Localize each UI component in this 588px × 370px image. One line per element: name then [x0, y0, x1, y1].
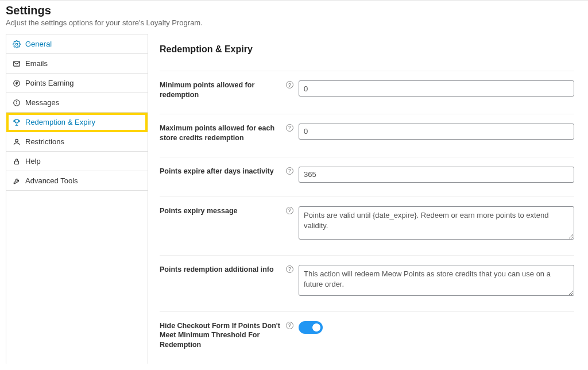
trophy-icon [13, 118, 21, 126]
svg-rect-7 [15, 161, 19, 164]
field-redeem-info: Points redemption additional info ? [160, 256, 574, 312]
sidebar-item-label: Help [25, 157, 41, 165]
field-label: Hide Checkout Form If Points Don't Meet … [160, 321, 280, 350]
sidebar-item-redemption-expiry[interactable]: Redemption & Expiry [6, 113, 148, 132]
page-subtitle: Adjust the settings options for your sto… [6, 18, 582, 27]
field-expiry-message: Points expiry message ? [160, 197, 574, 256]
info-icon [13, 99, 21, 107]
field-label: Points redemption additional info [160, 265, 280, 275]
mail-icon [13, 60, 21, 68]
sidebar-item-emails[interactable]: Emails [6, 54, 148, 74]
max-points-input[interactable] [299, 124, 574, 140]
hide-checkout-toggle[interactable] [299, 321, 323, 334]
sidebar-item-label: Messages [25, 98, 59, 107]
sidebar-item-label: Advanced Tools [25, 176, 78, 185]
help-icon[interactable]: ? [286, 265, 293, 273]
min-points-input[interactable] [299, 80, 574, 97]
field-hide-checkout: Hide Checkout Form If Points Don't Meet … [160, 312, 574, 364]
lock-icon [13, 157, 21, 165]
section-heading: Redemption & Expiry [160, 44, 574, 55]
settings-sidebar: General Emails Points Earning Messages [6, 34, 148, 364]
field-label: Points expire after days inactivity [160, 167, 280, 176]
svg-point-5 [17, 101, 17, 102]
dollar-icon [13, 79, 21, 87]
sidebar-item-points-earning[interactable]: Points Earning [6, 74, 148, 93]
main-panel: Redemption & Expiry Minimum points allow… [148, 34, 582, 364]
expire-days-input[interactable] [299, 167, 574, 183]
svg-point-0 [16, 43, 18, 45]
field-label: Points expiry message [160, 206, 280, 216]
sidebar-item-label: Restrictions [25, 137, 64, 146]
field-min-points: Minimum points allowed for redemption ? [160, 71, 574, 114]
page-header: Settings Adjust the settings options for… [0, 1, 588, 34]
sidebar-item-label: Points Earning [25, 79, 74, 87]
help-icon[interactable]: ? [286, 81, 293, 88]
sidebar-item-label: Redemption & Expiry [25, 118, 95, 126]
expiry-message-textarea[interactable] [299, 206, 574, 240]
help-icon[interactable]: ? [286, 124, 293, 132]
field-label: Maximum points allowed for each store cr… [160, 124, 280, 143]
wrench-icon [13, 177, 21, 185]
sidebar-item-restrictions[interactable]: Restrictions [6, 132, 148, 152]
toggle-knob [312, 323, 321, 332]
help-icon[interactable]: ? [286, 167, 293, 175]
sidebar-item-label: Emails [25, 59, 48, 68]
sidebar-item-messages[interactable]: Messages [6, 93, 148, 113]
page-title: Settings [6, 4, 582, 17]
redeem-info-textarea[interactable] [299, 265, 574, 296]
field-expire-days: Points expire after days inactivity ? [160, 157, 574, 197]
gear-icon [13, 40, 21, 48]
sidebar-item-label: General [25, 40, 52, 48]
sidebar-item-general[interactable]: General [6, 34, 148, 54]
field-label: Minimum points allowed for redemption [160, 80, 280, 100]
help-icon[interactable]: ? [286, 207, 293, 214]
svg-point-6 [16, 139, 18, 142]
help-icon[interactable]: ? [286, 322, 293, 329]
user-icon [13, 138, 21, 146]
sidebar-item-help[interactable]: Help [6, 152, 148, 171]
field-max-points: Maximum points allowed for each store cr… [160, 114, 574, 157]
sidebar-item-advanced-tools[interactable]: Advanced Tools [6, 171, 148, 191]
